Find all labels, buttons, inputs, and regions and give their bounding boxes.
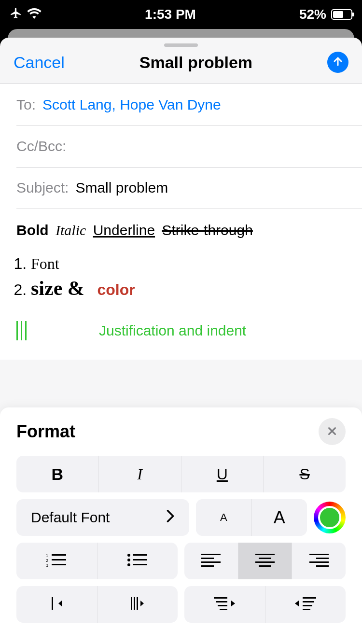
bold-label: B [52,465,64,484]
body-font-word: Font [31,255,59,272]
svg-rect-31 [216,601,227,602]
cancel-button[interactable]: Cancel [14,53,65,72]
svg-rect-24 [52,597,53,610]
large-a-label: A [274,507,285,528]
svg-rect-14 [201,561,221,563]
svg-rect-19 [259,565,271,567]
close-format-button[interactable] [319,418,346,445]
message-body[interactable]: Bold Italic Underline Strike-through Fon… [0,209,362,360]
svg-point-6 [127,554,130,557]
body-bold-word: Bold [16,222,49,238]
font-picker-button[interactable]: Default Font [16,499,189,536]
font-row: Default Font A A [16,499,346,536]
svg-rect-5 [52,564,66,565]
small-a-label: A [220,511,227,524]
numbered-list-button[interactable]: 123 [16,543,97,579]
outdent-icon [47,596,66,613]
svg-rect-21 [316,558,329,559]
align-right-button[interactable] [292,543,346,579]
svg-rect-18 [255,561,275,563]
svg-rect-12 [201,554,221,555]
svg-rect-10 [133,559,147,560]
indent-icon [128,596,147,613]
svg-rect-27 [134,597,135,610]
svg-text:1: 1 [46,553,48,558]
svg-rect-23 [316,565,329,567]
increase-quote-button[interactable] [265,586,346,623]
status-right: 52% [299,7,352,22]
text-color-button[interactable] [314,502,346,533]
svg-rect-22 [309,561,329,563]
bullet-list-button[interactable] [97,543,178,579]
svg-rect-9 [133,554,147,556]
svg-rect-4 [52,559,66,560]
airplane-mode-icon [10,7,22,23]
list-item: Font [31,253,346,275]
body-color-word: color [97,281,135,298]
compose-header: Cancel Small problem [0,52,362,84]
svg-rect-37 [303,601,314,602]
svg-rect-26 [131,597,132,610]
compose-sheet: Cancel Small problem To: Scott Lang, Hop… [0,38,362,644]
decrease-quote-button[interactable] [184,586,265,623]
arrow-up-icon [332,56,344,69]
align-left-icon [201,553,221,569]
format-panel: Format B I U S Default Font [0,407,362,644]
svg-rect-11 [133,564,147,565]
indent-button[interactable] [97,586,178,623]
svg-rect-28 [137,597,138,610]
svg-marker-34 [231,601,235,606]
send-button[interactable] [327,52,348,73]
svg-rect-36 [303,597,316,599]
svg-rect-17 [259,558,271,559]
subject-field[interactable]: Subject: Small problem [0,167,362,209]
svg-rect-3 [52,554,66,556]
font-picker-label: Default Font [31,509,110,526]
color-swatch-icon [318,506,341,529]
align-center-button[interactable] [238,543,292,579]
decrease-size-button[interactable]: A [196,499,251,536]
bold-button[interactable]: B [16,456,98,492]
body-underline-word: Underline [93,222,155,238]
list-item: size & color [31,275,346,302]
svg-rect-33 [220,609,227,610]
align-right-icon [309,553,329,569]
status-time: 1:53 PM [42,7,299,22]
to-label: To: [16,97,36,113]
body-strike-word: Strike-through [162,222,252,238]
svg-rect-32 [218,605,227,606]
increase-quote-icon [295,596,316,613]
format-title: Format [16,421,75,442]
underline-button[interactable]: U [181,456,264,492]
to-field[interactable]: To: Scott Lang, Hope Van Dyne [0,84,362,126]
svg-point-7 [127,559,130,561]
body-justification-text: Justification and indent [99,322,246,339]
svg-point-8 [127,563,130,566]
increase-size-button[interactable]: A [251,499,307,536]
align-center-icon [255,553,275,569]
underline-label: U [217,465,228,483]
compose-fields: To: Scott Lang, Hope Van Dyne Cc/Bcc: Su… [0,84,362,360]
svg-marker-35 [295,601,299,606]
svg-marker-25 [58,601,62,606]
alignment-group [184,543,346,579]
svg-text:3: 3 [46,563,48,568]
svg-rect-16 [255,554,275,555]
strike-label: S [299,465,309,483]
svg-rect-38 [303,605,312,606]
bullet-list-icon [127,552,148,570]
align-left-button[interactable] [184,543,238,579]
subject-value: Small problem [75,180,168,196]
status-bar: 1:53 PM 52% [0,0,362,29]
to-recipients: Scott Lang, Hope Van Dyne [42,97,221,113]
outdent-button[interactable] [16,586,97,623]
indent-group [16,586,178,623]
strikethrough-button[interactable]: S [263,456,346,492]
sheet-grabber[interactable] [164,43,198,47]
cc-bcc-field[interactable]: Cc/Bcc: [0,126,362,167]
italic-button[interactable]: I [98,456,181,492]
battery-percent: 52% [299,7,326,22]
decrease-quote-icon [214,596,235,613]
close-icon [327,423,337,440]
indent-direction-row [16,586,346,623]
